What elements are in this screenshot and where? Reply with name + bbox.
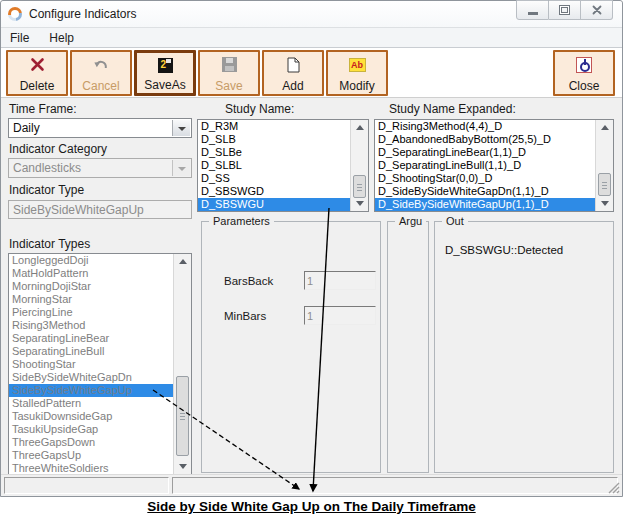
indicator-category-value: Candlesticks (13, 161, 81, 175)
delete-button[interactable]: Delete (6, 50, 68, 96)
indicator-type-item[interactable]: PiercingLine (9, 306, 174, 319)
indicator-types-scrollbar[interactable] (173, 254, 191, 474)
client-area: Time Frame: Daily Indicator Category Can… (1, 98, 622, 476)
new-page-icon (287, 56, 300, 74)
save-label: Save (215, 80, 242, 92)
scroll-up-icon[interactable] (174, 254, 191, 269)
indicator-type-item[interactable]: Rising3Method (9, 319, 174, 332)
scroll-thumb[interactable] (353, 175, 366, 198)
time-frame-select[interactable]: Daily (8, 118, 192, 138)
cancel-button[interactable]: Cancel (70, 50, 132, 96)
indicator-type-item[interactable]: ThreeGapsUp (9, 449, 174, 462)
titlebar: Configure Indicators (1, 1, 622, 27)
modify-button[interactable]: Ab Modify (326, 50, 388, 96)
indicator-type-item[interactable]: LongleggedDoji (9, 254, 174, 267)
study-name-expanded-item[interactable]: D_Rising3Method(4,4)_D (375, 120, 596, 133)
arguments-group-title: Argu (395, 215, 426, 227)
study-name-scrollbar[interactable] (350, 120, 368, 211)
study-name-item[interactable]: D_SLB (198, 133, 351, 146)
indicator-category-select: Candlesticks (8, 158, 192, 178)
chevron-down-icon[interactable] (172, 120, 190, 136)
indicator-type-item[interactable]: SideBySideWhiteGapDn (9, 371, 174, 384)
parameter-label: MinBars (224, 310, 304, 322)
study-name-expanded-item[interactable]: D_AbandonedBabyBottom(25,5)_D (375, 133, 596, 146)
power-icon (576, 56, 592, 74)
indicator-type-item[interactable]: ShootingStar (9, 358, 174, 371)
add-button[interactable]: Add (262, 50, 324, 96)
indicator-type-item[interactable]: StalledPattern (9, 397, 174, 410)
indicator-type-item[interactable]: SeparatingLineBear (9, 332, 174, 345)
scroll-thumb[interactable] (598, 173, 611, 196)
close-icon (592, 5, 602, 15)
scroll-up-icon[interactable] (351, 120, 368, 135)
study-name-item[interactable]: D_SBSWGD (198, 185, 351, 198)
indicator-type-item[interactable]: ThreeGapsDown (9, 436, 174, 449)
output-group: Out D_SBSWGU::Detected (434, 221, 614, 473)
scroll-up-icon[interactable] (596, 120, 613, 135)
parameters-group: Parameters BarsBack 1 MinBars 1 (201, 221, 381, 473)
study-name-expanded-item[interactable]: D_ShootingStar(0,0)_D (375, 172, 596, 185)
window-title: Configure Indicators (29, 7, 136, 21)
indicator-type-value: SideBySideWhiteGapUp (13, 203, 144, 217)
study-name-item[interactable]: D_SLBe (198, 146, 351, 159)
parameter-input: 1 (304, 271, 376, 290)
menu-file[interactable]: File (8, 30, 31, 46)
delete-x-icon (30, 56, 45, 74)
output-value: D_SBSWGU::Detected (445, 244, 563, 256)
study-name-expanded-item[interactable]: D_SideBySideWhiteGapDn(1,1)_D (375, 185, 596, 198)
minimize-button[interactable] (516, 0, 549, 20)
indicator-type-item[interactable]: MorningDojiStar (9, 280, 174, 293)
save-as-icon: 2 (158, 57, 173, 75)
maximize-icon (559, 5, 570, 15)
output-group-title: Out (442, 215, 468, 227)
study-name-label: Study Name: (225, 102, 294, 116)
close-button[interactable]: Close (553, 50, 615, 96)
study-name-item[interactable]: D_SLBL (198, 159, 351, 172)
close-window-button[interactable] (581, 0, 613, 20)
configure-indicators-window: Configure Indicators File Help Delete (0, 0, 623, 497)
indicator-type-field: SideBySideWhiteGapUp (8, 200, 192, 219)
parameter-label: BarsBack (224, 275, 304, 287)
indicator-type-item[interactable]: MorningStar (9, 293, 174, 306)
minimize-icon (528, 12, 538, 15)
study-name-item[interactable]: D_SBSWGU (198, 198, 351, 211)
menubar: File Help (1, 27, 622, 48)
indicator-type-item[interactable]: TasukiDownsideGap (9, 410, 174, 423)
parameters-group-title: Parameters (209, 215, 274, 227)
save-button[interactable]: Save (198, 50, 260, 96)
time-frame-label: Time Frame: (9, 102, 77, 116)
scroll-down-icon[interactable] (596, 196, 613, 211)
study-name-expanded-item[interactable]: D_SeparatingLineBull(1,1)_D (375, 159, 596, 172)
menu-help[interactable]: Help (47, 30, 76, 46)
study-name-expanded-list[interactable]: D_Rising3Method(4,4)_DD_AbandonedBabyBot… (374, 119, 614, 212)
maximize-button[interactable] (549, 0, 581, 20)
scroll-down-icon[interactable] (174, 459, 191, 474)
study-name-item[interactable]: D_SS (198, 172, 351, 185)
indicator-type-item[interactable]: SeparatingLineBull (9, 345, 174, 358)
toolbar: Delete Cancel 2 SaveAs Save Add Ab (1, 48, 622, 98)
scroll-down-icon[interactable] (351, 196, 368, 211)
study-name-expanded-item[interactable]: D_SideBySideWhiteGapUp(1,1)_D (375, 198, 596, 211)
study-name-item[interactable]: D_R3M (198, 120, 351, 133)
save-as-badge: 2 (161, 59, 167, 71)
chevron-down-icon (172, 160, 190, 176)
save-as-button[interactable]: 2 SaveAs (134, 50, 196, 96)
scroll-thumb[interactable] (176, 376, 189, 456)
app-logo-icon (8, 7, 22, 21)
indicator-category-label: Indicator Category (9, 142, 107, 156)
indicator-type-item[interactable]: SideBySideWhiteGapUp (9, 384, 174, 397)
modify-badge: Ab (349, 58, 366, 72)
save-icon (222, 56, 237, 74)
study-name-expanded-label: Study Name Expanded: (389, 102, 516, 116)
resize-grip[interactable] (608, 482, 620, 494)
undo-arrow-icon (93, 56, 109, 74)
indicator-types-label: Indicator Types (9, 237, 90, 251)
indicator-types-list[interactable]: LongleggedDojiMatHoldPatternMorningDojiS… (8, 253, 192, 475)
indicator-type-item[interactable]: TasukiUpsideGap (9, 423, 174, 436)
cancel-label: Cancel (82, 80, 119, 92)
study-name-expanded-item[interactable]: D_SeparatingLineBear(1,1)_D (375, 146, 596, 159)
indicator-type-item[interactable]: MatHoldPattern (9, 267, 174, 280)
study-name-list[interactable]: D_R3MD_SLBD_SLBeD_SLBLD_SSD_SBSWGDD_SBSW… (197, 119, 369, 212)
status-bar (1, 474, 622, 496)
study-name-expanded-scrollbar[interactable] (595, 120, 613, 211)
